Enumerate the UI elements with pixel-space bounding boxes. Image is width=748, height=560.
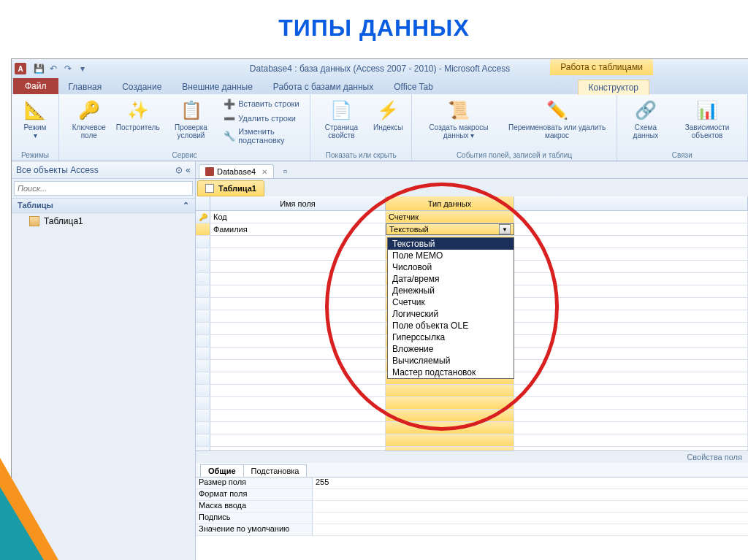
description-cell[interactable] [514,285,748,297]
description-cell[interactable] [514,447,748,450]
col-description[interactable] [514,196,748,210]
builder-button[interactable]: ✨ Построитель [117,97,158,133]
description-cell[interactable] [514,422,748,434]
description-cell[interactable] [514,261,748,272]
data-type-cell[interactable] [386,397,514,409]
row-selector[interactable] [196,298,210,310]
dropdown-item[interactable]: Поле МЕМО [388,250,514,261]
description-cell[interactable] [514,372,748,384]
field-name-cell[interactable] [210,261,386,272]
grid-row-empty[interactable] [196,397,748,410]
description-cell[interactable] [514,360,748,372]
dropdown-item[interactable]: Текстовый [388,238,514,250]
data-type-cell[interactable] [386,385,514,396]
row-selector[interactable] [196,223,210,235]
create-macros-button[interactable]: 📜 Создать макросы данных ▾ [418,97,499,141]
redo-icon[interactable]: ↷ [61,62,75,75]
tab-create[interactable]: Создание [112,80,172,94]
field-name-cell[interactable]: Фамилия [210,223,386,235]
property-value[interactable] [313,501,748,512]
field-name-cell[interactable] [210,335,386,347]
nav-item-table1[interactable]: Таблица1 [12,213,195,229]
tab-design[interactable]: Конструктор [578,80,649,95]
grid-row-empty[interactable] [196,410,748,422]
row-selector[interactable] [196,273,210,285]
dropdown-arrow-icon[interactable]: ▼ [499,224,511,234]
property-value[interactable] [313,524,748,535]
field-name-cell[interactable] [210,434,386,446]
field-name-cell[interactable] [210,397,386,409]
insert-rows-button[interactable]: ➕Вставить строки [224,97,304,110]
property-value[interactable] [313,489,748,500]
field-name-cell[interactable] [210,285,386,297]
description-cell[interactable] [514,310,748,322]
property-row[interactable]: Маска ввода [196,501,748,513]
row-selector[interactable] [196,236,210,248]
grid-row-2[interactable]: Фамилия Текстовый ▼ [196,223,748,236]
description-cell[interactable] [514,385,748,396]
dependencies-button[interactable]: 📊 Зависимости объектов [673,97,741,141]
row-selector[interactable] [196,434,210,446]
data-type-cell[interactable] [386,434,514,446]
undo-icon[interactable]: ↶ [47,62,60,75]
data-type-cell[interactable]: Текстовый ▼ [386,223,514,235]
field-name-cell[interactable] [210,298,386,310]
view-button[interactable]: 📐 Режим▾ [18,97,53,141]
row-selector[interactable] [196,261,210,272]
grid-row-1[interactable]: 🔑 Код Счетчик [196,211,748,223]
row-selector[interactable]: 🔑 [196,211,210,223]
field-name-cell[interactable] [210,236,386,248]
grid-row-empty[interactable] [196,385,748,397]
field-name-cell[interactable] [210,422,386,434]
nav-header[interactable]: Все объекты Access ⊙« [12,161,195,179]
dropdown-item[interactable]: Вложение [388,343,514,355]
description-cell[interactable] [514,397,748,409]
tab-dbtools[interactable]: Работа с базами данных [263,80,383,94]
delete-rows-button[interactable]: ➖Удалить строки [224,112,304,125]
property-row[interactable]: Формат поля [196,489,748,501]
row-selector[interactable] [196,385,210,396]
field-name-cell[interactable] [210,348,386,359]
tab-general[interactable]: Общие [200,464,244,477]
dropdown-item[interactable]: Счетчик [388,296,514,308]
row-selector[interactable] [196,360,210,372]
relations-button[interactable]: 🔗 Схема данных [623,97,669,141]
description-cell[interactable] [514,298,748,310]
grid-row-empty[interactable] [196,434,748,447]
row-selector[interactable] [196,348,210,359]
col-data-type[interactable]: Тип данных [386,196,514,210]
description-cell[interactable] [514,211,748,223]
description-cell[interactable] [514,335,748,347]
close-icon[interactable]: ✕ [262,168,267,176]
row-selector[interactable] [196,248,210,260]
indexes-button[interactable]: ⚡ Индексы [370,97,405,133]
object-tab-table1[interactable]: Таблица1 [197,180,264,196]
new-tab-button[interactable]: ▫ [278,165,291,178]
field-name-cell[interactable] [210,310,386,322]
dropdown-item[interactable]: Денежный [388,285,514,296]
property-row[interactable]: Подпись [196,513,748,524]
description-cell[interactable] [514,410,748,421]
save-icon[interactable]: 💾 [32,62,45,75]
description-cell[interactable] [514,434,748,446]
row-selector[interactable] [196,310,210,322]
row-selector[interactable] [196,397,210,409]
dropdown-item[interactable]: Дата/время [388,273,514,285]
dropdown-item[interactable]: Числовой [388,261,514,273]
field-name-cell[interactable] [210,385,386,396]
row-selector[interactable] [196,285,210,297]
row-selector[interactable] [196,447,210,450]
description-cell[interactable] [514,273,748,285]
nav-group-tables[interactable]: Таблицы ⌃ [12,198,195,213]
description-cell[interactable] [514,236,748,248]
tab-office[interactable]: Office Tab [383,80,443,94]
description-cell[interactable] [514,248,748,260]
field-name-cell[interactable] [210,410,386,421]
qat-more-icon[interactable]: ▾ [76,62,89,75]
row-selector[interactable] [196,323,210,334]
data-type-cell[interactable] [386,410,514,421]
field-name-cell[interactable] [210,323,386,334]
tab-file[interactable]: Файл [13,78,58,94]
property-value[interactable]: 255 [313,477,748,488]
col-field-name[interactable]: Имя поля [210,196,386,210]
